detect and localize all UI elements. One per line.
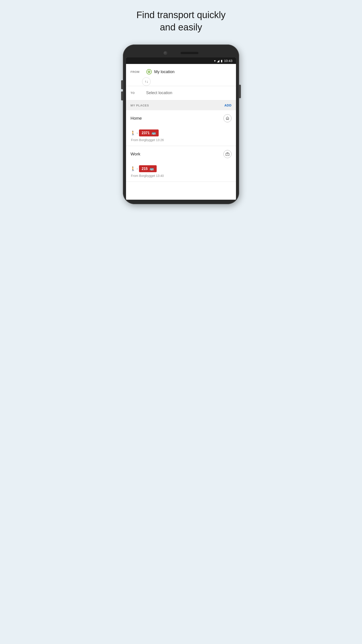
walk-icon-work: 🚶 bbox=[130, 166, 135, 171]
signal-icon: ◢ bbox=[217, 59, 219, 62]
route-form: FROM My location ↑↓ TO Select location bbox=[126, 64, 236, 100]
front-camera-icon bbox=[164, 51, 167, 55]
swap-button[interactable]: ↑↓ bbox=[142, 77, 151, 86]
route-info-work: From Borgbygget 13:40 bbox=[130, 174, 232, 178]
bus-number-home: 2371 bbox=[142, 131, 150, 135]
add-place-button[interactable]: ADD bbox=[224, 104, 232, 107]
svg-point-2 bbox=[149, 71, 149, 72]
route-info-home: From Borgbygget 13:26 bbox=[130, 138, 232, 142]
bus-icon-home: 🚌 bbox=[151, 131, 156, 135]
route-steps-home: 🚶 › 2371 🚌 bbox=[130, 130, 232, 136]
power-button bbox=[239, 85, 241, 98]
bus-number-work: 215 bbox=[142, 167, 148, 171]
walk-icon-home: 🚶 bbox=[130, 130, 135, 136]
screen-bottom-padding bbox=[126, 182, 236, 200]
route-preview-home: 🚶 › 2371 🚌 From Borgbygget 13:26 bbox=[126, 126, 236, 146]
arrow-icon-home: › bbox=[137, 132, 138, 134]
my-location-icon bbox=[146, 69, 152, 75]
work-icon bbox=[223, 150, 232, 158]
page-title: Find transport quickly and easily bbox=[136, 9, 225, 33]
phone-top bbox=[126, 49, 236, 58]
from-location-text: My location bbox=[154, 70, 175, 74]
arrow-icon-work: › bbox=[137, 167, 138, 170]
route-preview-work: 🚶 › 215 🚌 From Borgbygget 13:40 bbox=[126, 162, 236, 182]
battery-icon: ▮ bbox=[221, 59, 223, 62]
home-icon bbox=[223, 114, 232, 122]
wifi-icon: ▾ bbox=[214, 59, 216, 62]
volume-buttons bbox=[121, 80, 123, 100]
my-places-label: MY PLACES bbox=[130, 104, 149, 107]
bus-icon-work: 🚌 bbox=[149, 166, 154, 171]
speaker bbox=[181, 52, 198, 54]
to-location-text: Select location bbox=[146, 90, 172, 95]
swap-icon: ↑↓ bbox=[145, 80, 148, 84]
place-item-work[interactable]: Work bbox=[126, 146, 236, 162]
status-time: 10:43 bbox=[224, 59, 232, 62]
from-label: FROM bbox=[130, 70, 146, 74]
phone-shell: ▾ ◢ ▮ 10:43 FROM My location ↑ bbox=[123, 44, 239, 204]
place-name-home: Home bbox=[130, 116, 142, 121]
place-name-work: Work bbox=[130, 152, 140, 156]
place-item-home[interactable]: Home bbox=[126, 110, 236, 126]
from-row[interactable]: FROM My location bbox=[126, 64, 236, 77]
bus-badge-home: 2371 🚌 bbox=[139, 130, 159, 136]
route-steps-work: 🚶 › 215 🚌 bbox=[130, 165, 232, 172]
status-bar: ▾ ◢ ▮ 10:43 bbox=[126, 58, 236, 64]
to-row[interactable]: TO Select location bbox=[126, 86, 236, 100]
to-label: TO bbox=[130, 91, 146, 94]
status-icons: ▾ ◢ ▮ 10:43 bbox=[214, 59, 232, 62]
swap-row: ↑↓ bbox=[126, 77, 236, 86]
my-places-header: MY PLACES ADD bbox=[126, 100, 236, 110]
bus-badge-work: 215 🚌 bbox=[139, 165, 157, 172]
phone-screen: ▾ ◢ ▮ 10:43 FROM My location ↑ bbox=[126, 58, 236, 200]
svg-rect-3 bbox=[226, 153, 229, 156]
